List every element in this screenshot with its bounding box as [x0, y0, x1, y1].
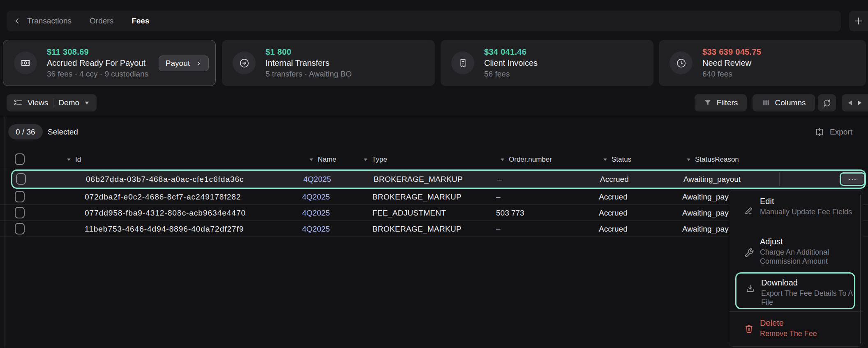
cell-status: Accrued	[600, 171, 629, 188]
views-list-icon	[14, 98, 23, 107]
filter-funnel-icon	[704, 99, 712, 107]
section-divider	[0, 117, 868, 117]
divider	[779, 172, 780, 186]
sort-caret-icon[interactable]	[686, 158, 691, 161]
wrench-icon	[744, 248, 755, 259]
cell-name[interactable]: 4Q2025	[302, 205, 330, 221]
row-checkbox[interactable]	[15, 223, 25, 234]
cell-status: Accrued	[599, 221, 628, 237]
pager-buttons[interactable]	[842, 94, 868, 111]
row-checkbox[interactable]	[15, 191, 25, 202]
chevron-left-icon[interactable]	[13, 17, 21, 25]
card-amount: $33 639 045.75	[702, 47, 761, 57]
next-arrow-icon[interactable]	[857, 100, 862, 106]
cell-id: 06b27dda-03b7-468a-a0ac-cfe1c6fda36c	[86, 171, 244, 188]
cell-type: BROKERAGE_MARKUP	[372, 221, 462, 237]
banknote-icon	[14, 51, 37, 74]
payout-button[interactable]: Payout	[159, 56, 209, 71]
card-accrued-ready-for-payout[interactable]: $11 308.69 Accrued Ready For Payout 36 f…	[3, 40, 216, 86]
export-button[interactable]: Export	[815, 125, 852, 139]
cell-order-number: –	[496, 221, 501, 237]
menu-separator	[729, 311, 863, 312]
clock-icon	[669, 51, 693, 74]
card-title: Accrued Ready For Payout	[47, 58, 148, 69]
card-subtitle: 56 fees	[484, 69, 538, 79]
card-amount: $1 800	[265, 47, 352, 57]
selected-label: Selected	[48, 124, 78, 139]
transfer-arrow-icon	[233, 51, 256, 74]
selected-count-badge: 0 / 36	[8, 124, 43, 139]
cell-name[interactable]: 4Q2025	[303, 171, 331, 188]
column-header-status: Status	[612, 155, 631, 164]
cell-name[interactable]: 4Q2025	[302, 221, 330, 237]
trash-icon	[744, 324, 754, 334]
plus-icon	[853, 16, 864, 26]
column-header-order-number: Order.number	[509, 155, 552, 164]
invoice-icon	[451, 51, 474, 74]
menu-scrollbar[interactable]	[860, 195, 861, 343]
card-title: Need Review	[702, 58, 761, 69]
card-amount: $34 041.46	[484, 47, 538, 57]
cell-status: Accrued	[599, 205, 628, 221]
filters-button[interactable]: Filters	[695, 94, 747, 111]
pencil-icon	[744, 205, 754, 216]
card-client-invoices[interactable]: $34 041.46 Client Invoices 56 fees	[441, 40, 653, 86]
views-label: Views	[28, 98, 48, 107]
cell-id: 11beb753-4646-4d94-8896-40da72df27f9	[85, 221, 244, 237]
prev-arrow-icon[interactable]	[847, 100, 853, 106]
cell-status: Accrued	[599, 189, 628, 205]
menu-item-delete[interactable]: Delete Remove The Fee	[729, 318, 863, 347]
row-checkbox[interactable]	[15, 207, 25, 218]
chevron-right-icon	[196, 60, 202, 67]
cell-status-reason: Awaiting_payout	[683, 171, 741, 188]
tab-transactions[interactable]: Transactions	[27, 16, 72, 26]
menu-item-edit[interactable]: Edit Manually Update Fee Fields	[729, 196, 863, 232]
card-subtitle: 5 transfers · Awaiting BO	[265, 69, 352, 79]
refresh-icon	[822, 98, 832, 108]
refresh-button[interactable]	[818, 94, 836, 111]
tab-orders[interactable]: Orders	[90, 16, 113, 26]
select-all-checkbox[interactable]	[15, 153, 25, 165]
columns-button[interactable]: Columns	[753, 94, 815, 111]
columns-icon	[762, 99, 770, 107]
sort-caret-icon[interactable]	[500, 158, 505, 161]
column-header-type: Type	[372, 155, 387, 164]
column-header-name: Name	[318, 155, 336, 164]
fees-page: Transactions Orders Fees $11 308.69 Accr…	[0, 0, 868, 348]
sort-caret-icon[interactable]	[309, 158, 314, 161]
card-subtitle: 640 fees	[702, 69, 761, 79]
divider	[53, 98, 53, 107]
cell-type: FEE_ADJUSTMENT	[372, 205, 446, 221]
export-icon	[815, 127, 824, 137]
row-actions-button[interactable]: ⋯	[842, 174, 863, 184]
row-menu-highlight: ⋯	[840, 172, 866, 186]
cell-type: BROKERAGE_MARKUP	[374, 171, 463, 188]
views-current-value: Demo	[58, 98, 79, 107]
card-need-review[interactable]: $33 639 045.75 Need Review 640 fees	[659, 40, 866, 86]
views-selector[interactable]: Views Demo	[7, 94, 97, 111]
card-amount: $11 308.69	[47, 47, 148, 57]
table-row-highlighted[interactable]: 06b27dda-03b7-468a-a0ac-cfe1c6fda36c 4Q2…	[11, 169, 866, 189]
cell-type: BROKERAGE_MARKUP	[372, 189, 462, 205]
card-subtitle: 36 fees · 4 ccy · 9 custodians	[47, 69, 148, 79]
card-title: Internal Transfers	[265, 58, 352, 69]
cell-name[interactable]: 4Q2025	[302, 189, 330, 205]
top-nav-bar: Transactions Orders Fees	[7, 11, 841, 31]
tab-fees[interactable]: Fees	[132, 16, 149, 26]
add-button[interactable]	[849, 11, 868, 31]
cell-id: 077dd958-fba9-4312-808c-acb9634e4470	[85, 205, 246, 221]
table-header: Id Name Type Order.number Status StatusR…	[0, 151, 868, 168]
sort-caret-icon[interactable]	[67, 158, 71, 161]
menu-item-adjust[interactable]: Adjust Charge An Additional Commission A…	[729, 237, 863, 274]
cell-id: 072dba2f-e0c2-4686-8cf7-ac249178f282	[85, 189, 241, 205]
cell-order-number: –	[496, 189, 501, 205]
card-title: Client Invoices	[484, 58, 538, 69]
sort-caret-icon[interactable]	[603, 158, 607, 161]
row-checkbox[interactable]	[16, 173, 26, 185]
menu-item-download[interactable]: Download Export The Fee Details To A Fil…	[735, 272, 855, 309]
row-actions-context-menu: Edit Manually Update Fee Fields Adjust C…	[729, 190, 863, 347]
card-internal-transfers[interactable]: $1 800 Internal Transfers 5 transfers · …	[222, 40, 435, 86]
cell-order-number: 503 773	[496, 205, 524, 221]
sort-caret-icon[interactable]	[363, 158, 368, 161]
chevron-down-icon	[84, 101, 90, 105]
